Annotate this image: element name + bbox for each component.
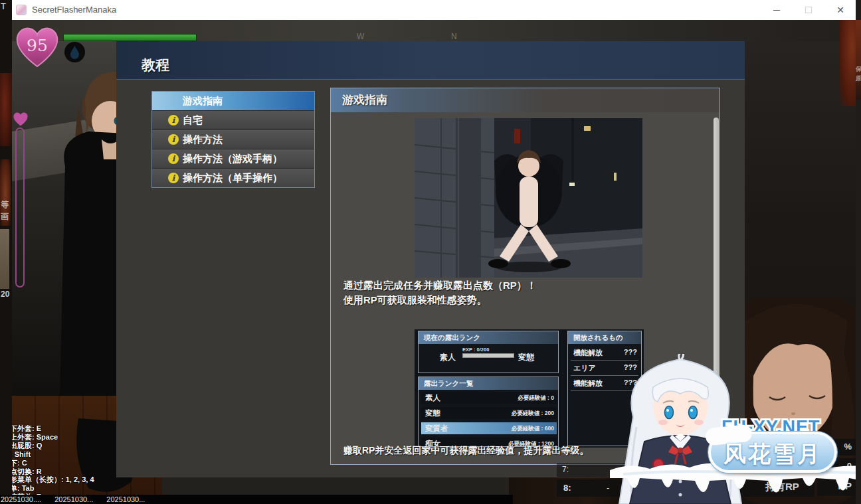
desktop-edge-left: 等 画 20 (0, 0, 12, 504)
shortcut-line-4: 蹲下: C (3, 459, 94, 467)
edge-glyph: 保 (856, 65, 861, 74)
compass-w: W (357, 32, 364, 41)
sidebar-item-1[interactable]: i自宅 (152, 111, 314, 129)
edge-glyph: 原 (856, 74, 861, 83)
window-title: SecretFlasherManaka (32, 5, 116, 15)
droplet-icon (64, 42, 85, 62)
wallpaper-texture (0, 229, 9, 289)
shortcut-line-5: 视点切换: R (3, 467, 94, 476)
desktop-file-token-1[interactable]: 20251030... (54, 495, 93, 504)
desktop-edge-right: 保 原 (856, 0, 861, 504)
shortcut-list: 脱下外套: E穿上外套: Space露出屁股: Q跑: Shift蹲下: C视点… (3, 424, 94, 501)
watermark-badge-text: 风花雪月 (711, 439, 834, 469)
rank-name: 変態 (425, 408, 440, 418)
tutorial-screenshot (415, 118, 642, 278)
app-icon (16, 5, 27, 15)
stat-row-8-value: - (607, 483, 609, 493)
rank-row-1: 変態必要経験値 : 200 (421, 407, 557, 419)
stat-row-8-label: 8: (563, 483, 571, 493)
sidebar-item-label: 游戏指南 (183, 95, 223, 106)
compass-n: N (451, 32, 457, 41)
intro-line-2: 使用RP可获取服装和性感姿势。 (343, 294, 487, 307)
desktop-file-token-2[interactable]: 20251030... (106, 495, 145, 504)
desktop-file-tokens: 20251030....20251030...20251030... (0, 495, 513, 504)
wallpaper-texture (856, 20, 861, 100)
unlock-name: 機能解放 (573, 348, 603, 358)
intro-line-1: 通过露出完成任务并赚取露出点数（RP）！ (343, 280, 537, 292)
shortcut-line-1: 穿上外套: Space (3, 433, 94, 442)
content-header: 游戏指南 (331, 88, 720, 112)
tutorial-sidebar: 游戏指南i自宅i操作方法i操作方法（游戏手柄）i操作方法（单手操作） (151, 91, 315, 188)
info-icon: i (168, 115, 179, 126)
stat-percent: % (844, 442, 852, 452)
unlock-panel-title: 開放されるもの (568, 331, 641, 344)
exp-bar (462, 353, 514, 358)
rank-name: 変質者 (425, 424, 448, 434)
game-window: 95 W N 教程 游戏指南i自宅i操作方法i操作方法（游戏手柄）i操作方法（单… (0, 0, 861, 504)
dialog-title: 教程 (142, 56, 169, 74)
rank-required-exp: 必要経験値 : 200 (512, 410, 554, 418)
minimize-button[interactable]: ─ (761, 0, 792, 20)
rank-list-panel: 露出ランク一覧 素人必要経験値 : 0変態必要経験値 : 200変質者必要経験値… (418, 377, 559, 447)
exp-label: EXP : 0/200 (462, 347, 489, 353)
sidebar-item-label: 操作方法（单手操作） (183, 172, 282, 183)
desktop-file-token-0[interactable]: 20251030.... (1, 495, 41, 504)
sidebar-item-3[interactable]: i操作方法（游戏手柄） (152, 149, 314, 168)
wallpaper-texture (0, 73, 12, 146)
edge-glyph: 等 (1, 199, 9, 210)
edge-glyph: 画 (1, 211, 9, 222)
maximize-button[interactable]: ☐ (793, 0, 824, 20)
desktop-text-fragment: T (1, 1, 6, 11)
dialog-header: 教程 (116, 41, 745, 80)
sidebar-item-4[interactable]: i操作方法（单手操作） (152, 169, 314, 187)
info-icon: i (168, 153, 179, 164)
scene-red-texture (840, 20, 856, 106)
close-button[interactable]: ✕ (825, 0, 856, 20)
window-titlebar: SecretFlasherManaka ─ ☐ ✕ (12, 0, 856, 20)
shortcut-line-6: 环形菜单（长按）: 1, 2, 3, 4 (3, 475, 94, 484)
info-icon: i (168, 173, 179, 183)
content-title: 游戏指南 (342, 92, 387, 108)
rank-list-panel-title: 露出ランク一覧 (419, 377, 558, 390)
sidebar-item-label: 自宅 (183, 114, 203, 126)
sidebar-item-label: 操作方法（游戏手柄） (183, 153, 282, 164)
sidebar-item-2[interactable]: i操作方法 (152, 130, 314, 149)
unlock-name: 機能解放 (573, 378, 603, 388)
current-rank-name: 素人 (440, 352, 456, 363)
current-rank-panel-title: 現在の露出ランク (419, 331, 558, 344)
gauge-heart-icon (13, 112, 29, 127)
current-rank-panel: 現在の露出ランク 素人 EXP : 0/200 変態 (418, 331, 559, 373)
edge-glyph: 20 (1, 290, 9, 299)
shortcut-line-2: 露出屁股: Q (3, 442, 94, 450)
next-rank-name: 変態 (518, 352, 534, 363)
stamina-bar (63, 34, 197, 41)
sidebar-item-label: 操作方法 (183, 133, 223, 145)
rank-row-0: 素人必要経験値 : 0 (421, 392, 557, 404)
affection-value: 95 (15, 36, 60, 55)
sidebar-item-0[interactable]: 游戏指南 (152, 92, 314, 110)
rank-required-exp: 必要経験値 : 0 (518, 394, 554, 402)
street-scene (415, 118, 642, 278)
shortcut-line-7: 菜单: Tab (3, 484, 94, 493)
watermark-badge: 风花雪月 (708, 432, 837, 473)
outro-text: 赚取RP并安全返回家中可获得露出经验值，提升露出等级。 (343, 445, 589, 457)
rank-ui-screenshot: 現在の露出ランク 素人 EXP : 0/200 変態 露出ランク一覧 素人必要経… (415, 329, 644, 448)
rank-row-2: 変質者必要経験値 : 600 (421, 422, 557, 434)
shortcut-line-0: 脱下外套: E (3, 424, 94, 433)
rank-required-exp: 必要経験値 : 600 (512, 425, 554, 433)
exposure-gauge (15, 127, 25, 288)
shortcut-line-3: 跑: Shift (3, 450, 94, 459)
rank-name: 素人 (425, 393, 440, 403)
info-icon: i (168, 134, 179, 145)
stat-row-7-label: 7: (562, 465, 569, 474)
unlock-name: エリア (573, 363, 596, 373)
